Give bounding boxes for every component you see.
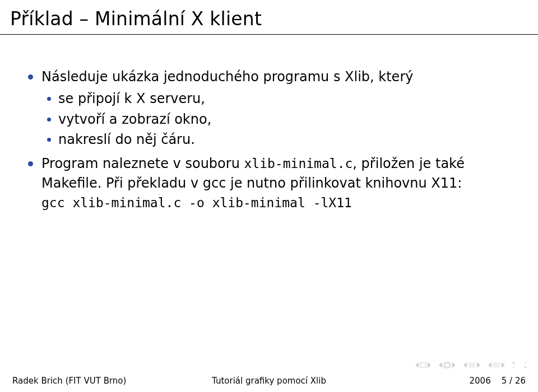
nav-back-forward-group[interactable] (512, 362, 527, 368)
undo-redo-icon (512, 362, 527, 368)
svg-marker-6 (452, 362, 456, 368)
list-item: Program naleznete v souboru xlib-minimal… (22, 154, 516, 212)
footer-year: 2006 (470, 376, 491, 386)
sub-text: nakreslí do něj čáru. (58, 132, 195, 147)
slide-footer: Radek Brich (FIT VUT Brno) Tutoriál graf… (0, 368, 538, 392)
frames-icon (443, 362, 451, 368)
svg-marker-3 (439, 362, 442, 368)
svg-marker-12 (488, 362, 491, 368)
triangle-left-icon (463, 362, 467, 368)
footer-author: Radek Brich (FIT VUT Brno) (12, 376, 126, 386)
bars-icon (468, 362, 476, 368)
svg-marker-11 (477, 362, 480, 368)
nav-frame-group[interactable] (438, 362, 456, 368)
triangle-left-icon (415, 362, 419, 368)
triangle-right-icon (476, 362, 481, 368)
svg-marker-7 (463, 362, 467, 368)
triangle-right-icon (501, 362, 505, 368)
footline: Radek Brich (FIT VUT Brno) Tutoriál graf… (0, 373, 538, 392)
nav-subsection-group[interactable] (463, 362, 481, 368)
footer-title: Tutoriál grafiky pomocí Xlib (212, 376, 326, 386)
triangle-right-icon (427, 362, 432, 368)
footer-page: 5 / 26 (502, 376, 526, 386)
svg-marker-16 (502, 362, 505, 368)
list-item: nakreslí do něj čáru. (41, 130, 516, 150)
slide-content: Následuje ukázka jednoduchého programu s… (0, 35, 538, 213)
footer-right: 2006 5 / 26 (470, 376, 526, 386)
triangle-left-icon (488, 362, 492, 368)
code-command: gcc xlib-minimal.c -o xlib-minimal -lX11 (41, 195, 352, 210)
bullet-text-part: Program naleznete v souboru (41, 156, 244, 171)
sub-text: vytvoří a zobrazí okno, (58, 111, 211, 127)
nav-slide-group[interactable] (415, 362, 432, 368)
square-icon (420, 362, 426, 368)
triangle-right-icon (452, 362, 456, 368)
slide-title: Příklad – Minimální X klient (0, 0, 538, 34)
slide: Příklad – Minimální X klient Následuje u… (0, 0, 538, 392)
svg-marker-0 (415, 362, 419, 368)
beamer-nav (415, 362, 527, 368)
nav-section-group[interactable] (488, 362, 505, 368)
triangle-left-icon (438, 362, 443, 368)
bullet-list: Následuje ukázka jednoduchého programu s… (22, 67, 516, 213)
list-item: vytvoří a zobrazí okno, (41, 110, 516, 129)
sub-list: se připojí k X serveru, vytvoří a zobraz… (41, 89, 516, 150)
bars-icon (493, 362, 500, 368)
code-filename: xlib-minimal.c (244, 156, 353, 171)
svg-rect-1 (420, 363, 426, 367)
list-item: Následuje ukázka jednoduchého programu s… (22, 67, 516, 150)
list-item: se připojí k X serveru, (41, 89, 516, 109)
sub-text: se připojí k X serveru, (58, 91, 205, 106)
bullet-text: Následuje ukázka jednoduchého programu s… (41, 69, 413, 85)
svg-marker-2 (428, 362, 431, 368)
